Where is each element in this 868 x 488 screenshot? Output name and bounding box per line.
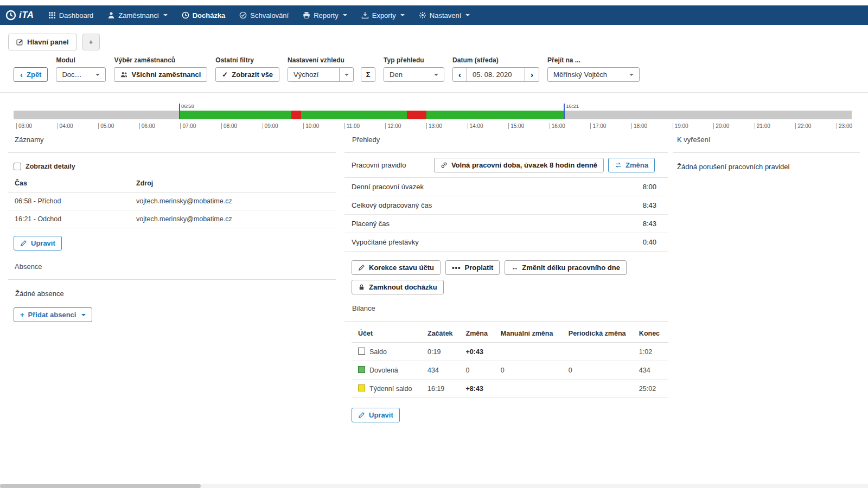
nav-item-attendance[interactable]: Docházka — [182, 11, 226, 20]
sigma-icon: Σ — [366, 70, 371, 79]
add-tab-button[interactable]: + — [82, 34, 100, 50]
column-header: Manuální změna — [494, 325, 562, 343]
appearance-dropdown-button[interactable] — [339, 67, 354, 82]
chevron-down-icon — [343, 14, 347, 16]
add-absence-button[interactable]: + Přidat absenci — [14, 307, 92, 322]
export-icon — [361, 11, 369, 19]
date-prev-button[interactable]: ‹ — [452, 67, 467, 82]
show-details-toggle[interactable]: Zobrazit detaily — [14, 163, 336, 170]
toolbar-divider — [0, 92, 868, 93]
timeline-hour-label: 09:00 — [263, 123, 278, 129]
account-color-swatch — [358, 366, 365, 373]
divider — [344, 321, 668, 322]
appearance-value: Výchozí — [293, 70, 318, 79]
column-header-time: Čas — [8, 175, 130, 192]
date-label: Datum (středa) — [452, 56, 539, 64]
timeline-hour-label: 18:00 — [631, 123, 647, 129]
appearance-select[interactable]: Výchozí — [288, 67, 340, 82]
filters-button[interactable]: ✓ Zobrazit vše — [215, 67, 279, 82]
chevron-down-icon — [163, 14, 168, 16]
modul-select[interactable]: Docházka — [56, 67, 106, 82]
table-row: Týdenní saldo 16:19 +8:43 25:02 — [352, 380, 668, 398]
timeline-hour-label: 13:00 — [426, 123, 442, 129]
back-button[interactable]: ‹ Zpět — [14, 67, 48, 82]
nav-label: Zaměstnanci — [118, 11, 158, 20]
edit-balance-button[interactable]: Upravit — [352, 408, 400, 422]
account-correction-button[interactable]: Korekce stavu účtu — [352, 260, 441, 275]
resize-icon: ↔ — [511, 264, 518, 272]
filters-value: Zobrazit vše — [232, 70, 273, 79]
pencil-square-icon — [16, 38, 23, 46]
nav-item-dashboard[interactable]: Dashboard — [48, 11, 94, 20]
scrollbar-thumb[interactable] — [0, 484, 201, 488]
horizontal-scrollbar[interactable] — [0, 484, 868, 488]
logo-clock-icon — [5, 10, 16, 21]
nav-item-approvals[interactable]: Schvalování — [239, 11, 289, 20]
lock-attendance-button[interactable]: Zamknout docházku — [352, 280, 444, 294]
goto-select[interactable]: Měřínský Vojtěch — [547, 67, 640, 82]
edit-label: Upravit — [31, 239, 55, 247]
balance-manual — [494, 380, 562, 398]
overview-row: Placený čas 8:43 — [344, 215, 668, 233]
overview-label: Denní pracovní úvazek — [352, 183, 424, 191]
app-logo[interactable]: iTA — [5, 10, 34, 21]
overview-title: Přehledy — [344, 136, 668, 144]
column-header: Periodická změna — [562, 325, 633, 343]
date-display[interactable]: 05. 08. 2020 — [467, 67, 525, 82]
timeline-hour-label: 20:00 — [713, 123, 729, 129]
timeline-hour-label: 17:00 — [590, 123, 606, 129]
back-label: Zpět — [27, 70, 41, 79]
timeline-hour-label: 15:00 — [508, 123, 524, 129]
show-details-checkbox[interactable] — [14, 163, 21, 170]
balance-title: Bilance — [344, 304, 668, 312]
account-name: Týdenní saldo — [369, 385, 412, 393]
table-row: Dovolená 434 0 0 0 434 — [352, 361, 668, 380]
chevron-down-icon — [465, 14, 470, 16]
lock-icon — [358, 284, 365, 291]
timeline-marker — [564, 104, 565, 119]
timeline-hour-label: 11:00 — [344, 123, 360, 129]
timeline-hour-label: 05:00 — [98, 123, 114, 129]
nav-item-exports[interactable]: Exporty — [361, 11, 405, 20]
user-icon — [107, 11, 115, 19]
tab-main-panel[interactable]: Hlavní panel — [8, 34, 77, 50]
goto-value: Měřínský Vojtěch — [553, 70, 607, 79]
day-timeline[interactable]: 06:5816:2103:0004:0005:0006:0007:0008:00… — [0, 102, 868, 137]
overview-actions-row2: Zamknout docházku — [352, 280, 668, 294]
issues-empty-text: Žádná porušení pracovních pravidel — [677, 163, 860, 171]
sum-button[interactable]: Σ — [361, 67, 375, 82]
work-rule-row: Pracovní pravidlo Volná pracovní doba, ú… — [344, 153, 668, 178]
work-rule-button[interactable]: Volná pracovní doba, úvazek 8 hodin denn… — [434, 158, 604, 172]
change-day-length-button[interactable]: ↔ Změnit délku pracovního dne — [505, 260, 627, 275]
employees-button[interactable]: Všichni zaměstnanci — [114, 67, 207, 82]
edit-records-button[interactable]: Upravit — [14, 236, 62, 251]
payout-button[interactable]: ••• Proplatit — [445, 260, 500, 275]
divider — [673, 152, 860, 153]
nav-item-employees[interactable]: Zaměstnanci — [107, 11, 167, 20]
nav-item-reports[interactable]: Reporty — [303, 11, 347, 20]
chevron-down-icon — [344, 74, 349, 76]
top-navbar: iTA Dashboard Zaměstnanci Docházka — [0, 5, 868, 25]
divider — [8, 152, 336, 153]
balance-manual: 0 — [494, 361, 562, 380]
panel-tabs: Hlavní panel + — [8, 34, 100, 50]
column-header: Konec — [633, 325, 668, 343]
column-header: Začátek — [421, 325, 459, 343]
swap-icon — [615, 162, 622, 169]
view-type-select[interactable]: Den — [384, 67, 444, 82]
table-row[interactable]: 06:58 - Příchod vojtech.merinsky@mobatim… — [8, 192, 336, 210]
date-next-button[interactable]: › — [525, 67, 539, 82]
work-rule-value: Volná pracovní doba, úvazek 8 hodin denn… — [451, 161, 597, 169]
attendance-app: iTA Dashboard Zaměstnanci Docházka — [0, 0, 868, 488]
change-rule-button[interactable]: Změna — [608, 158, 655, 172]
nav-label: Dashboard — [59, 11, 94, 20]
nav-label: Docházka — [193, 11, 226, 20]
correction-label: Korekce stavu účtu — [369, 264, 434, 272]
nav-label: Exporty — [372, 11, 396, 20]
table-row[interactable]: 16:21 - Odchod vojtech.merinsky@mobatime… — [8, 210, 336, 228]
overview-value: 8:43 — [643, 201, 656, 209]
timeline-marker — [179, 104, 180, 119]
balance-periodic: 0 — [562, 361, 633, 380]
chevron-down-icon — [400, 14, 405, 16]
nav-item-settings[interactable]: Nastavení — [419, 11, 470, 20]
